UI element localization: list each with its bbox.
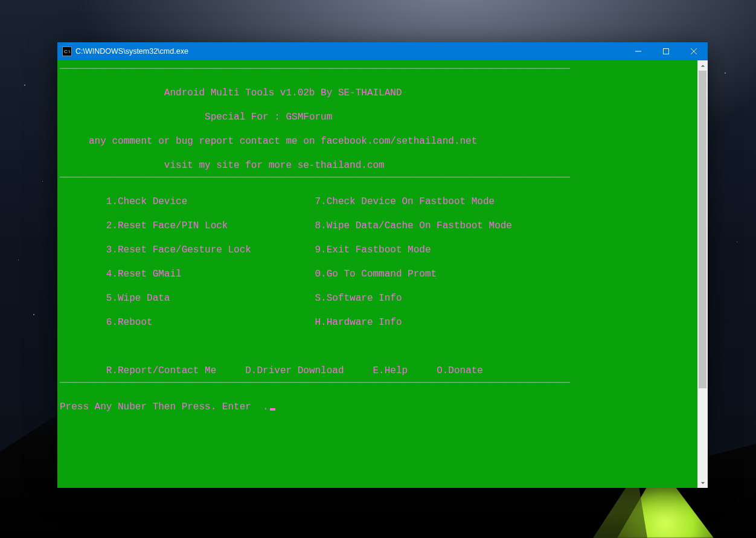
vertical-scrollbar[interactable]	[697, 60, 708, 488]
star	[24, 85, 25, 86]
close-button[interactable]	[680, 42, 708, 60]
window-title: C:\WINDOWS\system32\cmd.exe	[75, 47, 188, 56]
rule-top: ────────────────────────────────────────…	[60, 63, 570, 74]
star	[725, 72, 726, 74]
star	[737, 242, 737, 242]
rule-mid: ────────────────────────────────────────…	[60, 172, 570, 183]
menu-item-e: E.Help	[373, 365, 408, 376]
star	[33, 314, 34, 315]
menu-item-h: H.Hardware Info	[315, 317, 402, 328]
menu-item-9: 9.Exit Fastboot Mode	[315, 245, 431, 255]
close-icon	[691, 48, 697, 54]
menu-item-d: D.Driver Download	[245, 365, 344, 376]
prompt-text: Press Any Nuber Then Press. Enter .	[60, 402, 269, 412]
banner-title: Android Multi Tools v1.02b By SE-THAILAN…	[164, 88, 402, 98]
cursor	[270, 408, 275, 411]
scroll-track[interactable]	[697, 71, 708, 478]
titlebar[interactable]: C:\ C:\WINDOWS\system32\cmd.exe	[57, 42, 708, 60]
menu-item-0: 0.Go To Command Promt	[315, 269, 437, 280]
menu-item-o: O.Donate	[437, 365, 483, 376]
menu-item-7: 7.Check Device On Fastboot Mode	[315, 196, 495, 207]
client-area: ────────────────────────────────────────…	[57, 60, 708, 488]
cmd-icon: C:\	[62, 46, 72, 56]
banner-special-for: Special For : GSMForum	[205, 112, 332, 123]
scroll-up-button[interactable]	[697, 60, 708, 71]
chevron-up-icon	[700, 63, 705, 68]
menu-item-2: 2.Reset Face/PIN Lock	[106, 220, 228, 231]
scroll-thumb[interactable]	[699, 71, 706, 388]
cmd-icon-text: C:\	[64, 49, 70, 54]
banner-contact: any comment or bug report contact me on …	[89, 136, 477, 147]
maximize-icon	[663, 48, 669, 54]
svg-rect-1	[664, 49, 669, 54]
minimize-button[interactable]	[624, 42, 652, 60]
terminal-output[interactable]: ────────────────────────────────────────…	[57, 60, 697, 488]
menu-item-1: 1.Check Device	[106, 196, 187, 207]
rule-bottom: ────────────────────────────────────────…	[60, 377, 570, 388]
menu-item-r: R.Report/Contact Me	[106, 365, 216, 376]
menu-item-5: 5.Wipe Data	[106, 293, 170, 304]
menu-item-6: 6.Reboot	[106, 317, 153, 328]
scroll-down-button[interactable]	[697, 478, 708, 488]
cmd-window: C:\ C:\WINDOWS\system32\cmd.exe ────────…	[57, 42, 708, 488]
star	[18, 260, 19, 260]
banner-visit: visit my site for more se-thailand.com	[164, 160, 385, 171]
menu-item-8: 8.Wipe Data/Cache On Fastboot Mode	[315, 220, 511, 231]
menu-item-s: S.Software Info	[315, 293, 402, 304]
menu-item-4: 4.Reset GMail	[106, 269, 182, 280]
menu-item-3: 3.Reset Face/Gesture Lock	[106, 245, 251, 255]
chevron-down-icon	[700, 481, 705, 485]
maximize-button[interactable]	[652, 42, 680, 60]
minimize-icon	[635, 48, 641, 54]
star	[42, 181, 43, 182]
